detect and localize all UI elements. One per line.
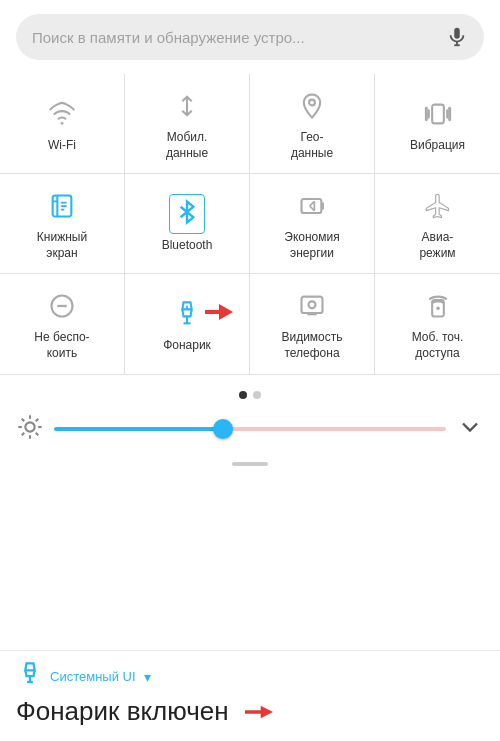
svg-line-37 <box>22 432 24 434</box>
slider-thumb[interactable] <box>213 419 233 439</box>
system-ui-icon <box>16 661 44 692</box>
svg-marker-24 <box>205 304 233 320</box>
svg-point-6 <box>309 100 315 106</box>
search-placeholder: Поиск в памяти и обнаружение устро... <box>32 29 446 46</box>
qs-item-mobile[interactable]: Мобил.данные <box>125 74 250 173</box>
qs-item-hotspot[interactable]: Моб. точ.доступа <box>375 274 500 373</box>
qs-item-geo[interactable]: Гео-данные <box>250 74 375 173</box>
airplane-label: Авиа-режим <box>419 230 455 261</box>
search-bar[interactable]: Поиск в памяти и обнаружение устро... <box>16 14 484 60</box>
qs-row-3: Не беспо-коить <box>0 274 500 374</box>
system-ui-row[interactable]: Системный UI ▾ <box>16 661 484 692</box>
svg-point-3 <box>61 122 64 125</box>
flashlight-icon <box>169 296 205 332</box>
wifi-label: Wi-Fi <box>48 138 76 154</box>
system-ui-text: Системный UI <box>50 669 136 684</box>
slider-track <box>54 427 446 431</box>
qs-item-visibility[interactable]: Видимостьтелефона <box>250 274 375 373</box>
qs-row-2: Книжныйэкран Bluetooth <box>0 174 500 274</box>
airplane-icon <box>420 188 456 224</box>
drag-handle[interactable] <box>0 456 500 476</box>
svg-line-38 <box>36 418 38 420</box>
qs-item-bluetooth[interactable]: Bluetooth <box>125 174 250 273</box>
main-container: Поиск в памяти и обнаружение устро... <box>0 0 500 741</box>
qs-item-wifi[interactable]: Wi-Fi <box>0 74 125 173</box>
qs-item-vibrate[interactable]: Вибрация <box>375 74 500 173</box>
flashlight-status-row: Фонарик включен <box>16 696 484 727</box>
quick-settings: Wi-Fi Мобил.данные <box>0 70 500 379</box>
flashlight-label: Фонарик <box>163 338 211 354</box>
qs-item-battery[interactable]: Экономияэнергии <box>250 174 375 273</box>
page-dot-2 <box>253 391 261 399</box>
brightness-row <box>0 407 500 456</box>
svg-point-26 <box>309 302 316 309</box>
qs-item-airplane[interactable]: Авиа-режим <box>375 174 500 273</box>
vibrate-icon <box>420 96 456 132</box>
svg-point-30 <box>25 422 34 431</box>
bottom-red-arrow <box>245 698 273 726</box>
mobile-label: Мобил.данные <box>166 130 208 161</box>
handle-bar <box>232 462 268 466</box>
svg-rect-14 <box>302 199 322 213</box>
flashlight-red-arrow <box>205 298 233 330</box>
bottom-section: Системный UI ▾ Фонарик включен <box>0 650 500 741</box>
geo-icon <box>294 88 330 124</box>
svg-marker-41 <box>245 705 273 717</box>
svg-line-36 <box>36 432 38 434</box>
wifi-icon <box>44 96 80 132</box>
battery-label: Экономияэнергии <box>284 230 339 261</box>
page-dot-1 <box>239 391 247 399</box>
svg-rect-7 <box>432 104 444 123</box>
visibility-icon <box>294 288 330 324</box>
vibrate-label: Вибрация <box>410 138 465 154</box>
mobile-data-icon <box>169 88 205 124</box>
qs-item-book[interactable]: Книжныйэкран <box>0 174 125 273</box>
book-icon <box>44 188 80 224</box>
visibility-label: Видимостьтелефона <box>281 330 342 361</box>
qs-row-1: Wi-Fi Мобил.данные <box>0 74 500 174</box>
dnd-icon <box>44 288 80 324</box>
dnd-label: Не беспо-коить <box>34 330 89 361</box>
flashlight-status-text: Фонарик включен <box>16 696 229 727</box>
hotspot-label: Моб. точ.доступа <box>412 330 464 361</box>
svg-rect-0 <box>454 28 460 39</box>
book-label: Книжныйэкран <box>37 230 87 261</box>
qs-item-flashlight[interactable]: Фонарик <box>125 274 250 373</box>
bluetooth-icon <box>169 196 205 232</box>
brightness-slider[interactable] <box>54 419 446 439</box>
svg-point-29 <box>436 307 440 311</box>
page-indicator <box>0 379 500 407</box>
qs-item-dnd[interactable]: Не беспо-коить <box>0 274 125 373</box>
battery-icon <box>294 188 330 224</box>
chevron-icon[interactable] <box>456 413 484 446</box>
mic-icon[interactable] <box>446 26 468 48</box>
geo-label: Гео-данные <box>291 130 333 161</box>
svg-line-35 <box>22 418 24 420</box>
system-ui-dropdown[interactable]: ▾ <box>144 669 151 685</box>
brightness-icon <box>16 413 44 446</box>
bluetooth-label: Bluetooth <box>162 238 213 254</box>
hotspot-icon <box>420 288 456 324</box>
svg-rect-25 <box>302 297 323 313</box>
